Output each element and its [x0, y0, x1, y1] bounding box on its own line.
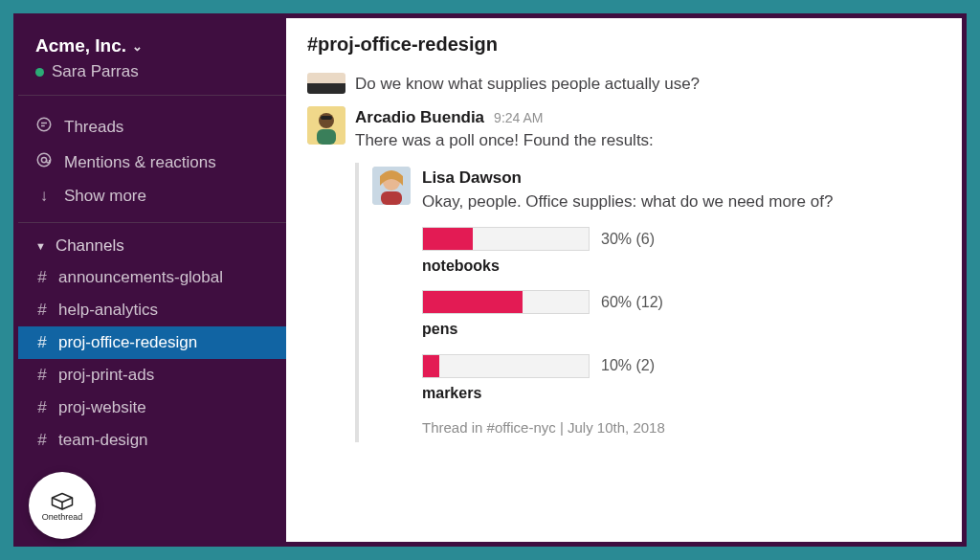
message-text: Do we know what supplies people actually…: [355, 73, 941, 97]
channel-item-proj-website[interactable]: #proj-website: [18, 392, 286, 424]
channels-header[interactable]: ▼ Channels: [18, 223, 286, 261]
previous-message: Do we know what supplies people actually…: [286, 63, 962, 97]
nav-mentions[interactable]: Mentions & reactions: [18, 145, 286, 180]
chevron-down-icon: ⌄: [132, 39, 143, 54]
poll: 30% (6)notebooks60% (12)pens10% (2)marke…: [422, 227, 941, 404]
poll-fill: [423, 228, 473, 250]
nav-mentions-label: Mentions & reactions: [64, 153, 216, 172]
workspace-name[interactable]: Acme, Inc. ⌄: [35, 35, 269, 56]
channel-title: #proj-office-redesign: [286, 18, 962, 63]
channel-label: team-design: [58, 431, 148, 450]
threads-icon: [35, 116, 53, 138]
presence-indicator-icon: [35, 68, 44, 77]
quoted-message: Lisa Dawson Okay, people. Office supplie…: [355, 163, 941, 442]
poll-bar: [422, 290, 590, 314]
avatar[interactable]: [307, 106, 345, 145]
poll-fill: [423, 355, 439, 377]
message-time: 9:24 AM: [494, 108, 543, 127]
message-author[interactable]: Arcadio Buendia: [355, 106, 484, 130]
svg-rect-6: [321, 116, 332, 120]
message-text: There was a poll once! Found the results…: [355, 129, 941, 153]
poll-fill: [423, 291, 523, 313]
hash-icon: #: [35, 398, 49, 417]
poll-label: pens: [422, 318, 941, 340]
channel-item-announcements-global[interactable]: #announcements-global: [18, 261, 286, 294]
thread-meta[interactable]: Thread in #office-nyc | July 10th, 2018: [422, 417, 941, 438]
channel-item-help-analytics[interactable]: #help-analytics: [18, 294, 286, 326]
channel-list: #announcements-global#help-analytics#pro…: [18, 261, 286, 457]
poll-option[interactable]: 10% (2): [422, 354, 941, 378]
channel-item-proj-print-ads[interactable]: #proj-print-ads: [18, 359, 286, 392]
channel-label: proj-office-redesign: [58, 333, 197, 352]
workspace-header[interactable]: Acme, Inc. ⌄ Sara Parras: [18, 30, 286, 96]
poll-stat: 30% (6): [601, 228, 655, 250]
current-user[interactable]: Sara Parras: [35, 62, 269, 81]
channel-label: proj-print-ads: [58, 366, 154, 385]
message: Arcadio Buendia 9:24 AM There was a poll…: [286, 97, 962, 442]
hash-icon: #: [35, 431, 49, 450]
hash-icon: #: [35, 268, 49, 287]
channel-item-proj-office-redesign[interactable]: #proj-office-redesign: [18, 326, 286, 359]
at-icon: [35, 151, 53, 173]
channel-label: proj-website: [58, 398, 146, 417]
hash-icon: #: [35, 301, 49, 320]
quoted-author[interactable]: Lisa Dawson: [422, 167, 941, 190]
nav-show-more[interactable]: ↓ Show more: [18, 180, 286, 213]
poll-stat: 60% (12): [601, 291, 663, 313]
logo-text: Onethread: [42, 512, 83, 522]
nav-section: Threads Mentions & reactions ↓ Show more: [18, 96, 286, 223]
poll-option[interactable]: 30% (6): [422, 227, 941, 251]
svg-rect-5: [317, 129, 336, 145]
channels-header-label: Channels: [56, 236, 124, 256]
app-frame: Acme, Inc. ⌄ Sara Parras Threads Mention…: [13, 13, 967, 547]
channel-item-team-design[interactable]: #team-design: [18, 424, 286, 457]
poll-bar: [422, 354, 590, 378]
avatar: [307, 73, 345, 94]
caret-down-icon: ▼: [35, 240, 46, 252]
poll-bar: [422, 227, 590, 251]
workspace-title: Acme, Inc.: [35, 35, 126, 56]
channel-label: help-analytics: [58, 301, 158, 320]
hash-icon: #: [35, 333, 49, 352]
box-icon: [48, 489, 77, 512]
nav-threads[interactable]: Threads: [18, 109, 286, 145]
arrow-down-icon: ↓: [35, 187, 53, 206]
sidebar: Acme, Inc. ⌄ Sara Parras Threads Mention…: [18, 18, 286, 542]
poll-stat: 10% (2): [601, 354, 655, 376]
quoted-text: Okay, people. Office supplies: what do w…: [422, 190, 941, 214]
svg-point-2: [41, 157, 46, 162]
main-content: #proj-office-redesign Do we know what su…: [286, 18, 962, 542]
onethread-logo: Onethread: [29, 472, 96, 539]
poll-label: markers: [422, 382, 941, 404]
poll-label: notebooks: [422, 255, 941, 277]
avatar[interactable]: [372, 167, 411, 205]
svg-point-0: [37, 118, 51, 131]
svg-rect-9: [381, 191, 402, 205]
svg-point-4: [319, 113, 334, 128]
hash-icon: #: [35, 366, 49, 385]
poll-option[interactable]: 60% (12): [422, 290, 941, 314]
nav-threads-label: Threads: [64, 118, 123, 137]
nav-show-more-label: Show more: [64, 187, 146, 206]
message-header: Arcadio Buendia 9:24 AM: [355, 106, 941, 130]
channel-label: announcements-global: [58, 268, 223, 287]
user-name: Sara Parras: [52, 62, 139, 81]
svg-point-1: [37, 153, 51, 167]
